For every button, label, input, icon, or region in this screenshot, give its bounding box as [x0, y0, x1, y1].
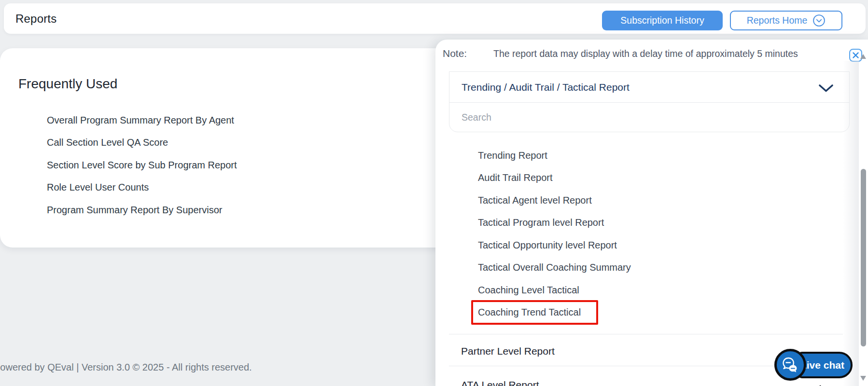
frequently-used-card: Frequently Used Overall Program Summary … — [0, 48, 453, 248]
report-item[interactable]: Audit Trail Report — [435, 167, 850, 190]
accordion-title: Trending / Audit Trail / Tactical Report — [462, 72, 630, 103]
reports-home-button[interactable]: Reports Home — [730, 11, 842, 30]
report-item-highlighted[interactable]: Coaching Trend Tactical — [435, 302, 850, 324]
frequently-used-item[interactable]: Call Section Level QA Score — [47, 132, 434, 154]
report-item[interactable]: Tactical Program level Report — [435, 212, 850, 234]
frequently-used-item[interactable]: Program Summary Report By Supervisor — [47, 199, 434, 221]
accordion-header-ata-level-report[interactable]: ATA Level Report — [461, 374, 539, 386]
live-chat-label: Live chat — [800, 359, 844, 371]
report-list: Trending Report Audit Trail Report Tacti… — [435, 144, 850, 324]
scrollbar[interactable] — [859, 40, 868, 386]
reports-dropdown-panel: Note: The report data may display with a… — [435, 40, 868, 386]
live-chat-icon[interactable] — [774, 349, 806, 381]
report-item[interactable]: Trending Report — [435, 144, 850, 167]
footer-copyright: Powered by QEval | Version 3.0 © 2025 - … — [0, 361, 252, 373]
divider — [449, 334, 843, 334]
scrollbar-up-arrow[interactable] — [860, 54, 866, 59]
report-item[interactable]: Coaching Level Tactical — [435, 279, 850, 302]
search-input[interactable] — [449, 103, 849, 132]
header-bar: Reports Subscription History Reports Hom… — [4, 3, 866, 34]
chevron-down-circle-icon — [812, 14, 826, 27]
page-title: Reports — [15, 3, 56, 34]
scrollbar-thumb[interactable] — [861, 169, 866, 346]
chat-bubbles-icon — [781, 355, 800, 374]
frequently-used-item[interactable]: Overall Program Summary Report By Agent — [47, 109, 434, 132]
report-item[interactable]: Tactical Agent level Report — [435, 189, 850, 212]
note-text: The report data may display with a delay… — [493, 40, 798, 68]
frequently-used-item[interactable]: Section Level Score by Sub Program Repor… — [47, 154, 434, 177]
report-category-accordion: Trending / Audit Trail / Tactical Report — [449, 71, 850, 132]
frequently-used-title: Frequently Used — [18, 75, 117, 93]
report-item[interactable]: Tactical Overall Coaching Summary — [435, 257, 850, 279]
reports-page: { "header": { "title": "Reports", "subsc… — [0, 0, 868, 386]
frequently-used-list: Overall Program Summary Report By Agent … — [47, 109, 434, 221]
scrollbar-down-arrow[interactable] — [860, 376, 866, 381]
accordion-header-partner-level-report[interactable]: Partner Level Report — [461, 341, 555, 362]
note-label: Note: — [443, 40, 467, 68]
chevron-down-icon[interactable] — [818, 84, 834, 95]
reports-home-label: Reports Home — [747, 15, 808, 26]
accordion-header-trending-audit-tactical[interactable]: Trending / Audit Trail / Tactical Report — [449, 72, 849, 103]
subscription-history-button[interactable]: Subscription History — [602, 11, 723, 30]
chevron-right-icon[interactable] — [816, 383, 830, 386]
frequently-used-item[interactable]: Role Level User Counts — [47, 177, 434, 199]
report-item[interactable]: Tactical Opportunity level Report — [435, 234, 850, 257]
